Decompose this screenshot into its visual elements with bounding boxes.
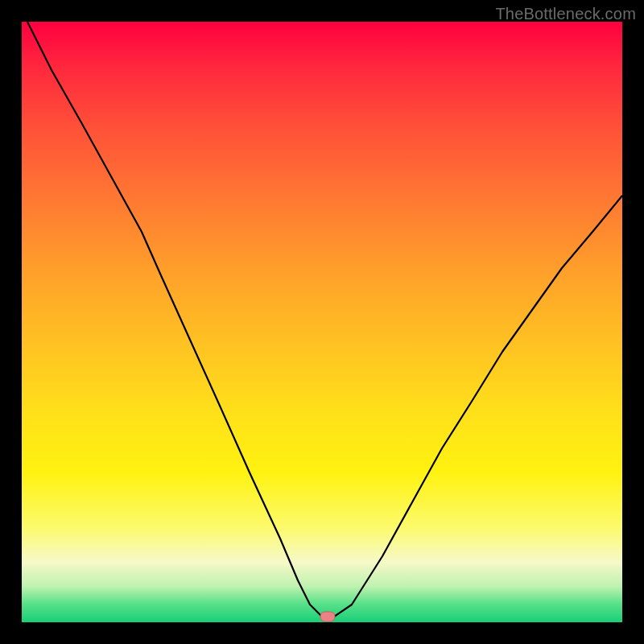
bottleneck-curve xyxy=(27,22,622,617)
chart-frame: TheBottleneck.com xyxy=(0,0,644,644)
watermark-text: TheBottleneck.com xyxy=(495,5,636,23)
plot-area xyxy=(22,22,622,622)
min-marker xyxy=(320,612,336,622)
curve-svg xyxy=(22,22,622,622)
